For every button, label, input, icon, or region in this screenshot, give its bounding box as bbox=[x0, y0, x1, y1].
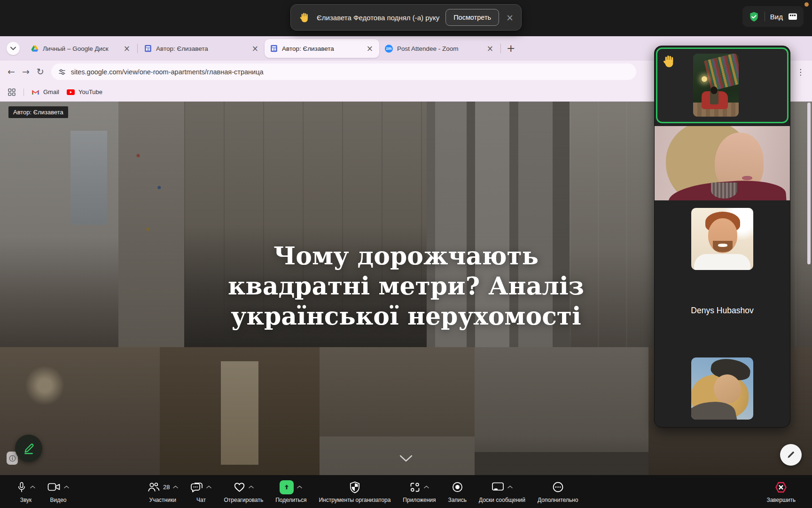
close-icon[interactable]: × bbox=[506, 13, 514, 22]
caret-up-icon[interactable] bbox=[297, 485, 302, 489]
participant-necklace bbox=[711, 183, 737, 198]
view-control: Вид bbox=[742, 6, 804, 27]
participant-avatar-tile[interactable] bbox=[691, 357, 753, 420]
tab-search-button[interactable] bbox=[7, 42, 20, 55]
pencil-icon bbox=[22, 441, 36, 455]
avatar-shirt bbox=[694, 254, 750, 270]
toolbar-participants-button[interactable]: 28 Участники bbox=[147, 480, 178, 503]
tab-separator bbox=[137, 44, 138, 53]
speaker-head bbox=[710, 87, 718, 94]
google-sites-icon bbox=[144, 45, 152, 52]
participants-icon bbox=[147, 482, 160, 492]
toolbar-whiteboards-button[interactable]: Доски сообщений bbox=[479, 480, 525, 503]
toolbar-more-button[interactable]: Дополнительно bbox=[538, 480, 578, 503]
zoom-app-icon: zm bbox=[385, 45, 393, 53]
whiteboard-icon bbox=[492, 482, 504, 492]
toolbar-label: Чат bbox=[196, 497, 206, 503]
toolbar-share-button[interactable]: Поделиться bbox=[275, 480, 306, 503]
raised-hand-notification: Єлизавета Федотова поднял (-а) руку Посм… bbox=[290, 4, 522, 31]
edit-button[interactable] bbox=[780, 444, 802, 466]
divider bbox=[23, 88, 24, 96]
chevron-down-icon bbox=[10, 47, 16, 50]
apps-grid-icon[interactable] bbox=[8, 88, 16, 96]
caret-up-icon[interactable] bbox=[424, 485, 429, 489]
toolbar-host-tools-button[interactable]: Инструменты организатора bbox=[319, 480, 390, 503]
reload-icon[interactable]: ↻ bbox=[37, 67, 44, 76]
close-icon[interactable]: × bbox=[121, 44, 133, 54]
close-icon[interactable]: × bbox=[484, 44, 496, 54]
toolbar-label: Инструменты организатора bbox=[319, 497, 390, 503]
record-icon bbox=[452, 481, 463, 493]
chat-icon bbox=[190, 481, 203, 493]
studio-light bbox=[702, 76, 707, 82]
participant-video-tile[interactable] bbox=[655, 126, 790, 200]
active-speaker-video bbox=[693, 54, 739, 117]
url-text: sites.google.com/view/one-room-apartment… bbox=[71, 68, 264, 76]
gallery-view-icon[interactable] bbox=[788, 12, 797, 21]
youtube-icon bbox=[67, 89, 75, 95]
google-drive-icon bbox=[31, 45, 39, 52]
avatar-smile bbox=[718, 244, 727, 247]
tab-label: Автор: Єлизавета bbox=[282, 45, 360, 52]
heart-icon bbox=[234, 482, 245, 492]
caret-up-icon[interactable] bbox=[30, 485, 35, 489]
browser-menu-icon[interactable]: ⋮ bbox=[796, 67, 804, 77]
tab-google-drive[interactable]: Личный – Google Диск × bbox=[25, 39, 136, 58]
caret-up-icon[interactable] bbox=[508, 485, 513, 489]
gmail-icon bbox=[31, 89, 39, 95]
toolbar-label: Завершить bbox=[766, 497, 796, 503]
participant-name[interactable]: Denys Hubashov bbox=[655, 306, 790, 316]
toolbar-label: Звук bbox=[20, 497, 32, 503]
tab-label: Автор: Єлизавета bbox=[156, 45, 245, 52]
video-camera-icon bbox=[47, 482, 61, 492]
toolbar-react-button[interactable]: Отреагировать bbox=[224, 480, 263, 503]
tab-label: Личный – Google Диск bbox=[43, 45, 117, 52]
host-tools-shield-icon bbox=[349, 481, 360, 493]
browser-scrollbar-thumb[interactable] bbox=[807, 103, 811, 264]
close-icon[interactable]: × bbox=[250, 44, 261, 54]
annotate-button[interactable] bbox=[15, 435, 42, 462]
raised-hand-icon bbox=[663, 54, 677, 68]
raised-hand-icon bbox=[299, 12, 311, 23]
new-tab-button[interactable]: + bbox=[507, 43, 515, 54]
toolbar-label: Приложения bbox=[403, 497, 436, 503]
toolbar-apps-button[interactable]: Приложения bbox=[403, 480, 436, 503]
share-screen-icon bbox=[280, 480, 294, 494]
caret-up-icon[interactable] bbox=[249, 485, 254, 489]
active-speaker-tile[interactable] bbox=[656, 48, 789, 123]
tab-google-sites-2-active[interactable]: Автор: Єлизавета × bbox=[265, 39, 379, 58]
tab-google-sites-1[interactable]: Автор: Єлизавета × bbox=[139, 39, 265, 58]
caret-up-icon[interactable] bbox=[206, 485, 211, 489]
caret-up-icon[interactable] bbox=[64, 485, 69, 489]
pencil-icon bbox=[786, 450, 796, 460]
site-settings-icon[interactable] bbox=[58, 68, 66, 76]
toolbar-chat-button[interactable]: Чат bbox=[190, 480, 211, 503]
caret-up-icon[interactable] bbox=[173, 485, 178, 489]
bookmark-gmail[interactable]: Gmail bbox=[31, 88, 59, 95]
toolbar-record-button[interactable]: Запись bbox=[448, 480, 467, 503]
close-icon[interactable]: × bbox=[364, 44, 375, 54]
tab-zoom-post-attendee[interactable]: zm Post Attendee - Zoom × bbox=[379, 39, 500, 58]
view-raised-hand-button[interactable]: Посмотреть bbox=[445, 9, 499, 26]
toolbar-label: Доски сообщений bbox=[479, 497, 525, 503]
info-icon bbox=[9, 455, 16, 462]
bookmark-youtube[interactable]: YouTube bbox=[67, 88, 102, 95]
participant-face-detail bbox=[742, 176, 752, 180]
address-bar[interactable]: sites.google.com/view/one-room-apartment… bbox=[51, 64, 636, 80]
participants-panel: Denys Hubashov bbox=[654, 46, 790, 428]
bookmark-label: Gmail bbox=[43, 88, 59, 95]
participants-count-badge: 28 bbox=[163, 484, 170, 491]
toolbar-video-button[interactable]: Видео bbox=[47, 480, 69, 503]
toolbar-label: Участники bbox=[149, 497, 176, 503]
tabs: Личный – Google Диск × Автор: Єлизавета … bbox=[25, 39, 515, 58]
view-button[interactable]: Вид bbox=[770, 13, 783, 21]
toolbar-end-button[interactable]: Завершить bbox=[766, 480, 796, 503]
microphone-icon bbox=[16, 481, 27, 493]
scroll-down-chevron-icon[interactable] bbox=[399, 455, 413, 464]
forward-icon[interactable]: → bbox=[22, 67, 30, 76]
back-icon[interactable]: ← bbox=[8, 67, 15, 76]
toolbar-label: Отреагировать bbox=[224, 497, 263, 503]
toolbar-audio-button[interactable]: Звук bbox=[16, 480, 35, 503]
participant-avatar-tile[interactable] bbox=[691, 208, 753, 270]
page-author-label: Автор: Єлизавета bbox=[8, 106, 68, 118]
